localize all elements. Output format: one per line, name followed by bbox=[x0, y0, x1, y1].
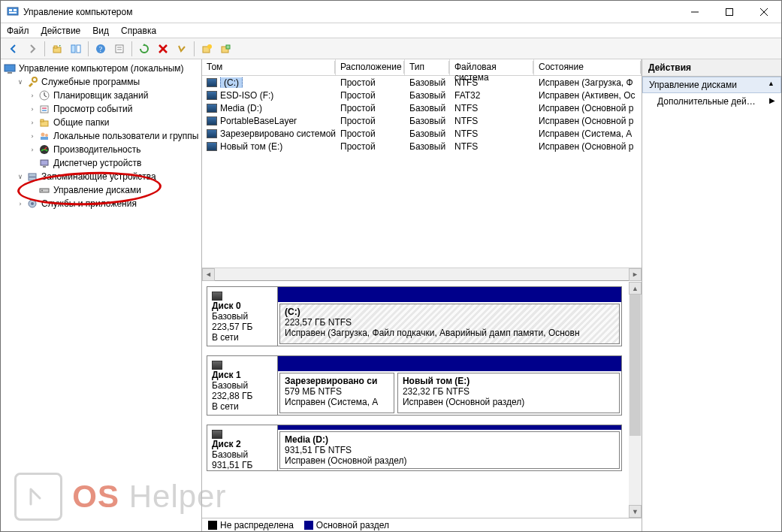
disk-icon bbox=[38, 184, 50, 196]
svg-point-20 bbox=[207, 44, 212, 49]
volume-icon bbox=[207, 129, 217, 138]
actions-more[interactable]: Дополнительные дей… ▶ bbox=[642, 93, 781, 110]
collapse-icon[interactable]: ∨ bbox=[16, 172, 25, 181]
svg-text:?: ? bbox=[99, 45, 103, 53]
col-layout[interactable]: Расположение bbox=[336, 59, 405, 75]
menubar: Файл Действие Вид Справка bbox=[1, 23, 781, 38]
partition[interactable]: Зарезервировано си579 МБ NTFSИсправен (С… bbox=[279, 373, 394, 413]
tree-services[interactable]: › Службы и приложения bbox=[14, 197, 200, 210]
app-icon bbox=[7, 6, 19, 18]
col-fs[interactable]: Файловая система bbox=[450, 59, 534, 75]
minimize-button[interactable] bbox=[678, 1, 712, 23]
disk-block[interactable]: Диск 0Базовый223,57 ГБВ сети(C:)223,57 Г… bbox=[207, 286, 622, 346]
partition[interactable]: (C:)223,57 ГБ NTFSИсправен (Загрузка, Фа… bbox=[279, 304, 620, 344]
svg-rect-9 bbox=[54, 46, 57, 48]
menu-file[interactable]: Файл bbox=[7, 26, 29, 36]
actions-section[interactable]: Управление дисками ▲ bbox=[642, 77, 781, 93]
tree-local-users[interactable]: ›Локальные пользователи и группы bbox=[26, 129, 200, 143]
svg-rect-2 bbox=[14, 9, 17, 11]
eject-button[interactable] bbox=[174, 41, 190, 57]
scroll-right-button[interactable]: ► bbox=[629, 268, 642, 281]
svg-rect-36 bbox=[41, 137, 48, 140]
volume-icon bbox=[207, 104, 217, 113]
actions-header: Действия bbox=[642, 59, 781, 77]
disk-block[interactable]: Диск 1Базовый232,88 ГБВ сетиЗарезервиров… bbox=[207, 355, 622, 416]
tree-root[interactable]: Управление компьютером (локальным) bbox=[2, 62, 200, 75]
expand-icon[interactable]: › bbox=[28, 91, 37, 100]
volume-list[interactable]: Том Расположение Тип Файловая система Со… bbox=[202, 59, 642, 281]
up-button[interactable] bbox=[49, 41, 65, 57]
expand-icon[interactable]: › bbox=[16, 199, 25, 208]
svg-rect-1 bbox=[9, 9, 12, 11]
svg-rect-43 bbox=[40, 189, 49, 192]
volume-row[interactable]: PortableBaseLayerПростойБазовыйNTFSИспра… bbox=[202, 114, 642, 127]
volume-row[interactable]: ESD-ISO (F:)ПростойБазовыйFAT32Исправен … bbox=[202, 89, 642, 101]
col-volume[interactable]: Том bbox=[202, 59, 336, 75]
scroll-down-button[interactable]: ▼ bbox=[629, 505, 642, 518]
show-hide-tree-button[interactable] bbox=[68, 41, 84, 57]
svg-rect-3 bbox=[9, 12, 17, 14]
col-type[interactable]: Тип bbox=[405, 59, 450, 75]
nav-tree[interactable]: Управление компьютером (локальным) ∨ Слу… bbox=[1, 59, 202, 531]
tree-device-manager[interactable]: Диспетчер устройств bbox=[26, 156, 200, 170]
scroll-up-button[interactable]: ▲ bbox=[629, 282, 642, 295]
close-button[interactable] bbox=[747, 1, 781, 23]
expand-icon[interactable]: › bbox=[28, 118, 37, 127]
legend-primary: Основной раздел bbox=[304, 520, 389, 530]
window-title: Управление компьютером bbox=[23, 7, 678, 17]
collapse-icon[interactable]: ∨ bbox=[16, 77, 25, 86]
hscrollbar[interactable]: ◄ ► bbox=[202, 268, 642, 280]
expand-icon[interactable]: › bbox=[28, 104, 37, 113]
menu-view[interactable]: Вид bbox=[92, 26, 109, 36]
settings-button[interactable] bbox=[217, 41, 234, 57]
svg-rect-40 bbox=[43, 166, 46, 168]
help-button[interactable]: ? bbox=[92, 41, 109, 57]
volume-row[interactable]: Media (D:)ПростойБазовыйNTFSИсправен (Ос… bbox=[202, 101, 642, 114]
tree-performance[interactable]: ›Производительность bbox=[26, 143, 200, 156]
tree-task-scheduler[interactable]: ›Планировщик заданий bbox=[26, 89, 200, 102]
vscrollbar[interactable]: ▲ ▼ bbox=[629, 282, 642, 518]
back-button[interactable] bbox=[5, 41, 22, 57]
volume-icon bbox=[207, 91, 217, 100]
event-icon bbox=[38, 103, 50, 115]
disk-header-stripe bbox=[278, 356, 621, 371]
actions-pane: Действия Управление дисками ▲ Дополнител… bbox=[642, 59, 781, 531]
scroll-thumb[interactable] bbox=[630, 295, 641, 436]
svg-rect-33 bbox=[41, 119, 44, 122]
col-status[interactable]: Состояние bbox=[534, 59, 642, 75]
disk-graphic-panel[interactable]: Диск 0Базовый223,57 ГБВ сети(C:)223,57 Г… bbox=[202, 281, 642, 531]
scroll-left-button[interactable]: ◄ bbox=[202, 268, 215, 281]
svg-point-34 bbox=[41, 133, 45, 137]
refresh-button[interactable] bbox=[136, 41, 152, 57]
svg-point-25 bbox=[32, 77, 37, 82]
expand-icon[interactable]: › bbox=[28, 145, 37, 154]
forward-button[interactable] bbox=[24, 41, 41, 57]
properties-button[interactable] bbox=[111, 41, 128, 57]
volume-columns: Том Расположение Тип Файловая система Со… bbox=[202, 59, 642, 76]
maximize-button[interactable] bbox=[712, 1, 747, 23]
svg-rect-24 bbox=[8, 72, 12, 74]
collapse-icon[interactable]: ▲ bbox=[768, 80, 774, 90]
tree-shared-folders[interactable]: ›Общие папки bbox=[26, 116, 200, 129]
delete-button[interactable] bbox=[155, 41, 171, 57]
clock-icon bbox=[38, 89, 50, 101]
volume-row[interactable]: Новый том (E:)ПростойБазовыйNTFSИсправен… bbox=[202, 140, 642, 153]
toolbar: ? bbox=[1, 38, 781, 59]
volume-row[interactable]: Зарезервировано системойПростойБазовыйNT… bbox=[202, 127, 642, 140]
menu-help[interactable]: Справка bbox=[121, 26, 156, 36]
tree-disk-management[interactable]: Управление дисками bbox=[26, 183, 200, 197]
svg-rect-11 bbox=[77, 45, 80, 53]
tree-event-viewer[interactable]: ›Просмотр событий bbox=[26, 102, 200, 116]
new-button[interactable] bbox=[198, 41, 215, 57]
svg-rect-22 bbox=[226, 45, 230, 49]
partition[interactable]: Новый том (E:)232,32 ГБ NTFSИсправен (Ос… bbox=[397, 373, 620, 413]
partition[interactable]: Media (D:)931,51 ГБ NTFSИсправен (Основн… bbox=[279, 431, 620, 469]
expand-icon[interactable]: › bbox=[28, 131, 37, 141]
titlebar: Управление компьютером bbox=[1, 1, 781, 23]
tree-storage[interactable]: ∨ Запоминающие устройства bbox=[14, 170, 200, 183]
disk-info: Диск 0Базовый223,57 ГБВ сети bbox=[207, 287, 278, 346]
menu-action[interactable]: Действие bbox=[41, 26, 81, 36]
volume-row[interactable]: (C:)ПростойБазовыйNTFSИсправен (Загрузка… bbox=[202, 76, 642, 89]
disk-block[interactable]: Диск 2Базовый931,51 ГБВ сетиMedia (D:)93… bbox=[207, 425, 622, 471]
tree-system-tools[interactable]: ∨ Служебные программы bbox=[14, 75, 200, 89]
